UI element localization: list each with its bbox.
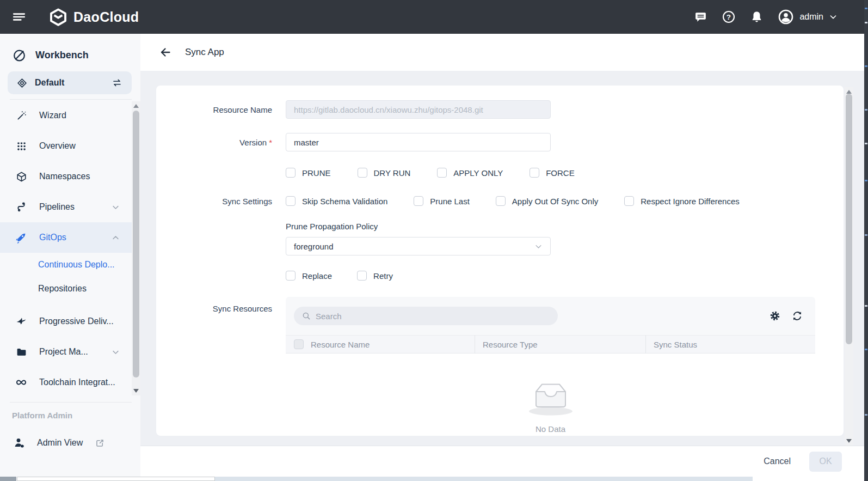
- version-input[interactable]: [286, 133, 551, 151]
- sidebar-item-wizard[interactable]: Wizard: [0, 100, 132, 131]
- checkbox-box[interactable]: [496, 196, 506, 206]
- prune-policy-label-row: Prune Propagation Policy: [156, 222, 844, 231]
- back-arrow-icon[interactable]: [159, 46, 172, 59]
- ok-button[interactable]: OK: [809, 452, 842, 472]
- wand-icon: [15, 110, 27, 121]
- help-icon[interactable]: ?: [722, 10, 736, 24]
- sidebar-item-gitops[interactable]: GitOps: [0, 222, 132, 253]
- checkbox-box[interactable]: [624, 196, 634, 206]
- checkbox-box[interactable]: [286, 196, 296, 206]
- user-menu[interactable]: admin: [778, 9, 838, 25]
- checkbox-box[interactable]: [437, 168, 447, 178]
- brand-name: DaoCloud: [73, 9, 139, 25]
- checkbox-force[interactable]: FORCE: [530, 168, 575, 178]
- scrollbar-corner: [0, 477, 16, 481]
- sidebar-item-continuous-deployment[interactable]: Continuous Deplo...: [0, 253, 140, 277]
- refresh-icon[interactable]: [791, 310, 803, 322]
- checkbox-skip-schema-validation[interactable]: Skip Schema Validation: [286, 196, 387, 206]
- checkbox-box[interactable]: [286, 271, 296, 281]
- resource-name-input: [286, 100, 551, 119]
- page-header: Sync App: [140, 34, 864, 71]
- notifications-bell-icon[interactable]: [750, 10, 764, 24]
- checkbox-respect-ignore-differences[interactable]: Respect Ignore Differences: [624, 196, 740, 206]
- sidebar-item-label: GitOps: [39, 233, 66, 242]
- sidebar-item-progressive-delivery[interactable]: Progressive Deliv...: [0, 306, 132, 337]
- prune-policy-select[interactable]: foreground: [286, 237, 551, 255]
- checkbox-apply-out-of-sync-only[interactable]: Apply Out Of Sync Only: [496, 196, 598, 206]
- sidebar: Workbench Default Wizard Overview: [0, 34, 140, 481]
- product-name: Workbench: [35, 50, 89, 61]
- sidebar-item-label: Admin View: [37, 438, 83, 448]
- hamburger-menu-icon[interactable]: [12, 10, 26, 24]
- select-all-checkbox[interactable]: [294, 339, 304, 349]
- pipeline-chain-icon: [15, 201, 27, 213]
- cancel-button[interactable]: Cancel: [764, 456, 791, 466]
- required-asterisk: *: [269, 138, 272, 147]
- sidebar-item-label: Progressive Deliv...: [39, 316, 114, 326]
- form-card: Resource Name Version* PRUNE DRY: [156, 86, 844, 436]
- version-row: Version*: [156, 133, 844, 151]
- sidebar-item-label: Namespaces: [39, 172, 90, 181]
- sidebar-scrollbar-thumb[interactable]: [133, 111, 139, 378]
- rocket-icon: [15, 232, 27, 243]
- checkbox-retry[interactable]: Retry: [357, 271, 393, 281]
- horizontal-scrollbar[interactable]: [0, 477, 864, 481]
- empty-state: No Data: [286, 375, 815, 434]
- sync-settings-row: Sync Settings Skip Schema Validation Pru…: [156, 196, 844, 206]
- brand[interactable]: DaoCloud: [49, 8, 139, 26]
- checkbox-dry-run[interactable]: DRY RUN: [358, 168, 411, 178]
- sidebar-item-overview[interactable]: Overview: [0, 131, 132, 161]
- search-input[interactable]: [316, 312, 553, 321]
- prune-policy-label: Prune Propagation Policy: [286, 222, 378, 231]
- sidebar-divider: [10, 99, 132, 100]
- resource-name-label: Resource Name: [156, 105, 272, 114]
- sidebar-item-toolchain-integration[interactable]: Toolchain Integrat...: [0, 367, 132, 398]
- chat-icon[interactable]: [694, 10, 707, 24]
- sidebar-item-repositories[interactable]: Repositories: [0, 277, 140, 301]
- sidebar-item-project-management[interactable]: Project Ma...: [0, 337, 132, 367]
- checkbox-box[interactable]: [286, 168, 296, 178]
- sidebar-item-namespaces[interactable]: Namespaces: [0, 161, 132, 192]
- checkbox-replace[interactable]: Replace: [286, 271, 332, 281]
- sidebar-menu: Wizard Overview Namespaces Pipelines: [0, 100, 140, 398]
- checkbox-box[interactable]: [530, 168, 539, 178]
- workspace-name: Default: [35, 78, 64, 88]
- search-box[interactable]: [294, 307, 558, 325]
- sidebar-item-pipelines[interactable]: Pipelines: [0, 192, 132, 222]
- horizontal-scrollbar-thumb[interactable]: [17, 477, 215, 481]
- select-chevron-down-icon: [534, 242, 543, 251]
- checkbox-box[interactable]: [358, 168, 367, 178]
- scroll-up-arrow[interactable]: [133, 104, 139, 108]
- table-header-resource-name: Resource Name: [286, 335, 475, 354]
- table-header-resource-type: Resource Type: [475, 335, 645, 354]
- scroll-up-arrow[interactable]: [846, 90, 852, 94]
- chevron-down-icon: [112, 348, 120, 356]
- content-scrollbar-thumb[interactable]: [846, 94, 852, 344]
- checkbox-box[interactable]: [414, 196, 423, 206]
- content-scrollbar[interactable]: [845, 87, 853, 446]
- topbar-actions: ? admin: [694, 9, 838, 25]
- checkbox-box[interactable]: [357, 271, 367, 281]
- workspace-selector[interactable]: Default: [8, 71, 132, 94]
- sidebar-item-admin-view[interactable]: Admin View: [0, 428, 140, 458]
- infinity-icon: [15, 376, 27, 389]
- sync-resources-panel: Resource Name Resource Type Sync Status: [286, 297, 815, 434]
- switch-workspace-icon[interactable]: [111, 77, 123, 89]
- settings-gear-icon[interactable]: [769, 310, 781, 322]
- checkbox-apply-only[interactable]: APPLY ONLY: [437, 168, 503, 178]
- admin-user-icon: [13, 436, 26, 449]
- scroll-down-arrow[interactable]: [133, 389, 139, 393]
- horizontal-scrollbar-track: [215, 477, 753, 481]
- checkbox-prune-last[interactable]: Prune Last: [414, 196, 470, 206]
- checkbox-prune[interactable]: PRUNE: [286, 168, 331, 178]
- workbench-icon: [12, 48, 27, 63]
- external-link-icon: [95, 438, 105, 448]
- empty-text: No Data: [535, 424, 565, 434]
- product-switcher[interactable]: Workbench: [12, 48, 140, 63]
- chevron-up-icon: [112, 234, 120, 242]
- topbar: DaoCloud ? admin: [0, 0, 868, 34]
- sidebar-scrollbar[interactable]: [132, 101, 140, 395]
- bird-icon: [15, 315, 27, 327]
- sync-resources-label: Sync Resources: [156, 297, 272, 313]
- scroll-down-arrow[interactable]: [846, 439, 852, 443]
